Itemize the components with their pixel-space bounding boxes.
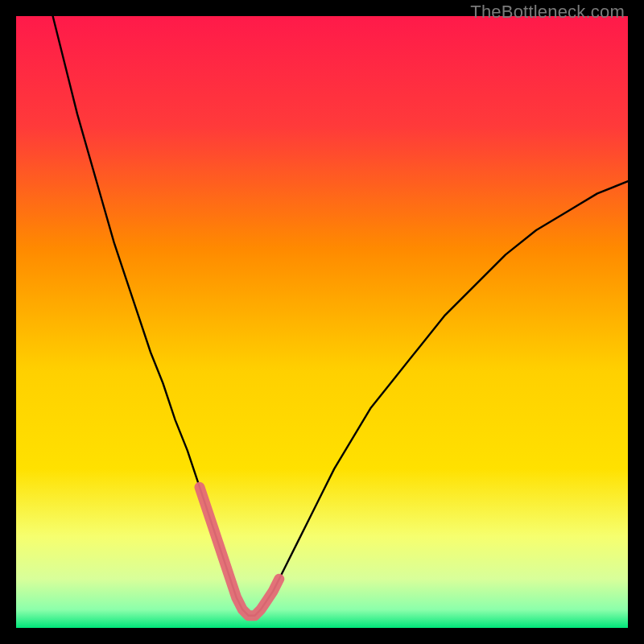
- chart-frame: [16, 16, 628, 628]
- bottleneck-chart: [16, 16, 628, 628]
- gradient-background: [16, 16, 628, 628]
- watermark-text: TheBottleneck.com: [470, 2, 625, 23]
